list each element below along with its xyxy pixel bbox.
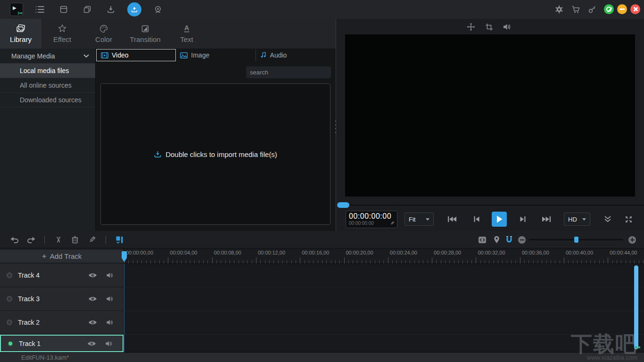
track-radio[interactable]: [8, 341, 13, 346]
undo-button[interactable]: [8, 231, 21, 248]
marker-button[interactable]: [490, 231, 503, 248]
tab-transition[interactable]: Transition: [124, 19, 166, 49]
seek-bar[interactable]: [336, 205, 644, 206]
ruler-label: 00:00:04,00: [170, 250, 197, 255]
next-frame-button[interactable]: [516, 213, 529, 226]
fullscreen-button[interactable]: [622, 213, 635, 226]
titlebar: ▶ ✂: [0, 0, 644, 19]
watermark-dots: [635, 346, 640, 348]
close-icon: [633, 7, 638, 12]
sidebar-item-local-media[interactable]: Local media files: [0, 64, 95, 78]
tab-audio[interactable]: Audio: [256, 49, 336, 61]
track-radio[interactable]: [7, 296, 12, 302]
ruler-tick: [581, 260, 582, 263]
track-visibility-button[interactable]: [86, 338, 97, 349]
import-dropzone[interactable]: Double clicks to import media file(s): [100, 83, 330, 225]
settings-button[interactable]: [551, 0, 567, 19]
track-radio[interactable]: [7, 272, 12, 278]
zoom-in-button[interactable]: [626, 231, 638, 248]
track-visibility-button[interactable]: [87, 317, 98, 328]
zoom-out-button[interactable]: [516, 231, 528, 248]
zoom-slider-handle[interactable]: [574, 237, 578, 243]
ruler-tick: [194, 260, 195, 263]
snap-button[interactable]: [503, 231, 515, 248]
tab-library[interactable]: Library: [0, 19, 41, 49]
tab-effect[interactable]: Effect: [41, 19, 83, 49]
maximize-button[interactable]: [604, 4, 614, 14]
close-button[interactable]: [630, 4, 640, 14]
tab-image-label: Image: [191, 51, 209, 59]
manage-media-label: Manage Media: [11, 52, 55, 60]
timeline-vertical-scrollbar[interactable]: [634, 265, 638, 349]
audio-icon: [260, 52, 267, 58]
import-button[interactable]: [103, 0, 119, 19]
tab-video[interactable]: Video: [96, 49, 176, 61]
skip-start-button[interactable]: [446, 213, 459, 226]
transition-icon: [140, 24, 150, 33]
fit-dropdown[interactable]: Fit: [405, 213, 434, 226]
license-button[interactable]: [584, 0, 600, 19]
seek-handle[interactable]: [337, 202, 349, 208]
add-track-button[interactable]: + Add Track: [0, 250, 124, 263]
quality-value: HD: [568, 216, 577, 223]
export-button[interactable]: [126, 0, 142, 19]
ruler-tick: [357, 260, 357, 263]
store-button[interactable]: [568, 0, 584, 19]
ruler-label: 00:00:44,00: [610, 250, 637, 255]
fit-timeline-icon: [478, 236, 487, 244]
redo-icon: [27, 236, 35, 244]
track-mute-button[interactable]: [103, 338, 114, 349]
edit-button[interactable]: ✎: [86, 231, 99, 248]
minimize-button[interactable]: [617, 4, 627, 14]
crop-button[interactable]: [484, 22, 494, 32]
track-row-4[interactable]: Track 4: [0, 264, 124, 287]
tab-image[interactable]: Image: [176, 49, 256, 61]
media-content: Video Image: [96, 49, 336, 231]
delete-button[interactable]: [69, 231, 81, 248]
sidebar-item-downloaded-sources[interactable]: Downloaded sources: [0, 93, 95, 107]
save-button[interactable]: [56, 0, 72, 19]
edit-timecode-icon[interactable]: ✎: [390, 221, 394, 226]
export-circle: [127, 2, 141, 16]
menu-button[interactable]: [32, 0, 48, 19]
track-mute-button[interactable]: [104, 293, 115, 304]
track-mute-button[interactable]: [104, 317, 115, 328]
ruler-tick: [247, 260, 248, 263]
preview-volume-button[interactable]: [502, 22, 512, 32]
redo-button[interactable]: [25, 231, 37, 248]
track-mute-button[interactable]: [104, 270, 115, 281]
move-button[interactable]: [466, 22, 476, 32]
play-button[interactable]: [492, 212, 507, 227]
tab-color[interactable]: Color: [83, 19, 124, 49]
ruler-tick: [485, 260, 485, 263]
manage-media-dropdown[interactable]: Manage Media: [0, 49, 95, 64]
save-as-icon: [83, 5, 91, 14]
split-button[interactable]: [113, 231, 125, 248]
previous-frame-button[interactable]: [470, 213, 483, 226]
quality-dropdown[interactable]: HD: [564, 213, 590, 226]
zoom-slider[interactable]: [529, 239, 623, 240]
track-visibility-button[interactable]: [87, 270, 98, 281]
skip-end-button[interactable]: [540, 213, 553, 226]
track-radio[interactable]: [7, 320, 12, 325]
timecode-display[interactable]: 00:00:00:00 00:00:00:00 ✎: [346, 211, 397, 228]
track-row-3[interactable]: Track 3: [0, 288, 124, 310]
cut-button[interactable]: ✂: [52, 231, 64, 248]
ruler-tick: [612, 260, 613, 263]
timeline-ruler[interactable]: 00:00:00,0000:00:04,0000:00:08,0000:00:1…: [124, 248, 644, 264]
plus-icon: +: [42, 252, 47, 261]
playhead-line: [124, 264, 124, 352]
fit-timeline-button[interactable]: [476, 231, 488, 248]
search-input[interactable]: [250, 69, 333, 76]
track-visibility-button[interactable]: [87, 293, 98, 304]
tab-text[interactable]: A Text: [166, 19, 207, 49]
timeline-lanes[interactable]: [124, 264, 644, 352]
preview-screen[interactable]: [345, 34, 635, 197]
save-as-button[interactable]: [79, 0, 95, 19]
sidebar-item-online-sources[interactable]: All online sources: [0, 78, 95, 93]
collapse-button[interactable]: [601, 213, 614, 226]
track-row-2[interactable]: Track 2: [0, 311, 124, 334]
track-row-1[interactable]: Track 1: [0, 335, 124, 352]
previous-frame-icon: [473, 215, 480, 223]
record-button[interactable]: [150, 0, 166, 19]
